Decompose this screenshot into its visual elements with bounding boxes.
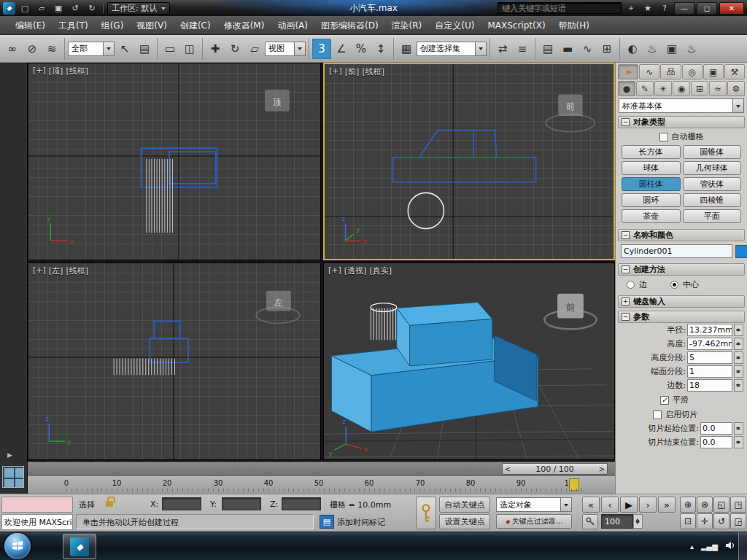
volume-icon[interactable] <box>725 541 735 552</box>
snaps-toggle-button[interactable]: 3 <box>312 39 331 59</box>
category-geometry[interactable]: ● <box>618 81 635 96</box>
category-cameras[interactable]: ◉ <box>673 81 690 96</box>
rendered-frame-window-button[interactable]: ▣ <box>662 39 681 59</box>
render-setup-button[interactable]: ♨ <box>643 39 662 59</box>
tab-hierarchy[interactable]: 品 <box>660 64 681 79</box>
start-button[interactable] <box>4 533 31 559</box>
category-space-warps[interactable]: ≈ <box>709 81 727 96</box>
edge-radio[interactable] <box>627 281 635 289</box>
current-frame-spinner[interactable] <box>633 514 643 529</box>
cap-segments-spinner[interactable] <box>734 365 743 378</box>
zoom-button[interactable]: ⊕ <box>680 497 696 513</box>
help-icon[interactable]: ? <box>657 1 672 15</box>
zoom-all-button[interactable]: ⊛ <box>697 497 713 513</box>
spinner-snap-toggle-button[interactable]: ↕ <box>371 39 390 59</box>
viewport-menu-button[interactable]: [+] <box>33 66 46 77</box>
menu-maxscript[interactable]: MAXScript(X) <box>481 16 551 35</box>
pan-button[interactable]: ✛ <box>697 513 713 529</box>
menu-group[interactable]: 组(G) <box>95 16 131 35</box>
layer-manager-button[interactable]: ▤ <box>538 39 557 59</box>
teapot-button[interactable]: 茶壶 <box>622 209 681 223</box>
rectangular-selection-region-button[interactable]: ▭ <box>160 39 179 59</box>
3dsmax-logo-icon[interactable]: ◆ <box>3 2 15 15</box>
object-name-input[interactable] <box>621 244 732 258</box>
selection-lock-icon[interactable] <box>102 497 117 511</box>
close-button[interactable]: ✕ <box>719 2 744 15</box>
taskbar-3dsmax-button[interactable]: ◆ <box>63 534 96 559</box>
show-hidden-icons-arrow[interactable]: ▴ <box>690 542 694 551</box>
set-keys-key-button[interactable] <box>416 497 436 529</box>
tab-modify[interactable]: ∿ <box>639 64 659 79</box>
percent-snap-toggle-button[interactable]: % <box>352 39 371 59</box>
menu-graph-editors[interactable]: 图形编辑器(D) <box>314 16 385 35</box>
car-spline-left[interactable] <box>150 321 188 362</box>
autogrid-checkbox[interactable] <box>659 133 668 141</box>
menu-views[interactable]: 视图(V) <box>130 16 174 35</box>
viewport-top[interactable]: x y 顶 [+] [顶] [线框] <box>28 63 321 260</box>
smooth-checkbox[interactable]: ✓ <box>660 396 669 405</box>
new-file-icon[interactable]: ▢ <box>18 1 32 15</box>
zoom-extents-button[interactable]: ◱ <box>713 497 729 513</box>
zoom-extents-all-button[interactable]: ◳ <box>730 497 746 513</box>
car-model[interactable] <box>331 303 538 432</box>
torus-button[interactable]: 圆环 <box>622 193 681 207</box>
time-tag-icon[interactable]: ▤ <box>320 515 334 529</box>
next-frame-arrow-icon[interactable]: > <box>597 465 607 473</box>
geosphere-button[interactable]: 几何球体 <box>683 161 742 175</box>
select-and-rotate-button[interactable]: ↻ <box>225 39 244 59</box>
viewcube[interactable]: 顶 <box>265 90 290 112</box>
tab-create[interactable]: ➤ <box>618 64 638 79</box>
radius-spinner[interactable] <box>734 324 743 336</box>
cone-button[interactable]: 圆锥体 <box>683 145 742 159</box>
current-frame-marker[interactable] <box>569 478 579 491</box>
tube-button[interactable]: 管状体 <box>683 177 742 191</box>
viewport-menu-button[interactable]: [+] <box>33 265 46 276</box>
viewport-name-button[interactable]: [透视] <box>344 265 367 276</box>
window-crossing-toggle-button[interactable]: ◫ <box>180 39 199 59</box>
center-radio[interactable] <box>670 281 678 289</box>
viewport-menu-button[interactable]: [+] <box>328 265 341 276</box>
cap-segments-field[interactable]: 1 <box>687 365 732 378</box>
go-to-end-button[interactable]: » <box>658 497 676 513</box>
menu-edit[interactable]: 编辑(E) <box>9 16 52 35</box>
next-frame-button[interactable]: › <box>639 497 657 513</box>
auto-key-button[interactable]: 自动关键点 <box>439 497 490 513</box>
key-mode-toggle-button[interactable] <box>582 514 598 529</box>
maxscript-macro-recorder[interactable] <box>1 497 73 513</box>
align-button[interactable]: ≡ <box>513 39 532 59</box>
expand-toolbar-arrow-icon[interactable]: ▶ <box>7 451 12 459</box>
wheel-cylinder-perspective[interactable] <box>371 303 397 324</box>
viewport-shading-button[interactable]: [线框] <box>66 66 88 77</box>
track-bar[interactable]: 0 10 20 30 40 50 60 70 80 90 100 <box>28 475 615 494</box>
viewport-name-button[interactable]: [左] <box>49 265 63 276</box>
viewcube[interactable]: 前 <box>546 94 595 131</box>
x-coordinate-field[interactable] <box>162 497 201 510</box>
named-selection-sets-dropdown[interactable]: 创建选择集 <box>417 42 487 56</box>
minimize-button[interactable]: — <box>674 2 694 15</box>
show-desktop-button[interactable] <box>738 532 747 560</box>
maximize-button[interactable]: ◻ <box>697 2 717 15</box>
slice-to-field[interactable]: 0.0 <box>700 436 732 448</box>
tab-utilities[interactable]: ⚒ <box>724 64 745 79</box>
viewcube[interactable]: 左 <box>256 291 300 324</box>
height-field[interactable]: -97.462mm <box>687 338 732 350</box>
maximize-viewport-toggle-button[interactable]: ◲ <box>730 513 746 529</box>
edit-named-selection-sets-button[interactable]: ▦ <box>397 39 416 59</box>
open-file-icon[interactable]: ▱ <box>34 1 49 15</box>
network-icon[interactable]: ▂▄▆ <box>701 542 718 551</box>
angle-snap-toggle-button[interactable]: ∠ <box>332 39 351 59</box>
category-shapes[interactable]: ✎ <box>636 81 654 96</box>
category-systems[interactable]: ⚙ <box>727 81 745 96</box>
sphere-button[interactable]: 球体 <box>622 161 681 175</box>
set-key-button[interactable]: 设置关键点 <box>439 514 490 529</box>
viewport-menu-button[interactable]: [+] <box>329 66 342 77</box>
slice-from-spinner[interactable] <box>734 422 743 435</box>
select-object-button[interactable]: ↖ <box>115 39 134 59</box>
tab-display[interactable]: ▣ <box>703 64 724 79</box>
rollout-parameters-header[interactable]: − 参数 <box>618 311 745 323</box>
category-helpers[interactable]: ⊞ <box>691 81 708 96</box>
orbit-button[interactable]: ↺ <box>713 513 729 529</box>
cylinder-button[interactable]: 圆柱体 <box>622 177 681 191</box>
viewport-shading-button[interactable]: [线框] <box>66 265 88 276</box>
viewport-front[interactable]: z x y 前 [+] [前] [线框] <box>323 63 615 260</box>
